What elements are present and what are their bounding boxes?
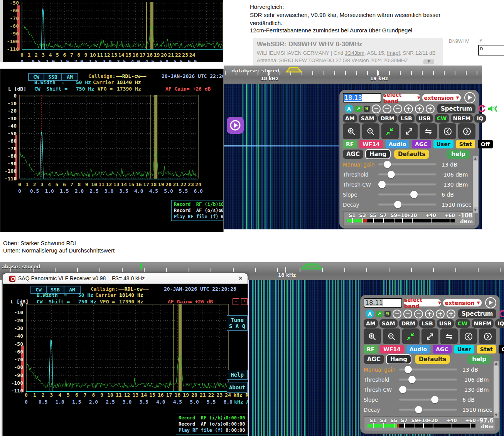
audio-start-button[interactable] [227,117,244,134]
slider-thumb-manual-gain[interactable] [405,366,412,373]
passband-marker[interactable] [301,263,322,271]
clipped-input[interactable]: b [478,45,504,56]
record-row[interactable]: Record RF (i/b)i [174,202,221,207]
passband-marker[interactable] [286,67,302,74]
scroll-down-button chevron-down-icon[interactable]: ▼ [423,59,434,64]
waterfall-minus-button minus-icon[interactable]: − [403,310,412,318]
freq-input[interactable]: 18.11 [364,298,402,308]
waterfall-plus-button plus-icon[interactable]: + [447,310,455,318]
defaults-button[interactable]: Defaults [394,150,429,159]
waterfall-minus-button minus-icon[interactable]: − [414,310,423,318]
waterfall-plus-button plus-icon[interactable]: + [425,310,434,318]
slider-track-decay[interactable] [378,204,436,205]
zoom-fit-button[interactable] [402,328,420,344]
volume-button speaker-icon[interactable] [488,105,497,113]
slider-track-thresh-cw[interactable] [378,183,436,185]
help-button[interactable]: help [467,355,491,364]
audio-play-button play-icon[interactable] [485,297,496,308]
zoom-in-button[interactable] [364,328,381,344]
popout-button external-link-icon[interactable]: ↗ [376,311,383,317]
mode-button-sam[interactable]: SAM [359,114,377,123]
defaults-button[interactable]: Defaults [415,355,450,364]
a-toggle-button[interactable]: A [366,310,374,318]
panel-scrollbar[interactable]: ▲▼ [494,361,499,418]
freq-input[interactable]: 18.13 [343,93,381,103]
mode-button-nbfm[interactable]: NBFM [451,114,473,123]
slider-thumb-manual-gain[interactable] [384,161,391,168]
frequency-scale[interactable]: database: stored18 kHz19 kHz [224,66,482,84]
mode-button-drm[interactable]: DRM [378,114,397,123]
record-row[interactable]: Record RF (i/b)i [179,415,226,421]
select-band-dropdown[interactable]: select band▼ [404,299,441,306]
slider-track-slope[interactable] [399,399,457,401]
view-button-user[interactable]: User [454,345,474,354]
scrollbar-up-arrow[interactable]: ▲ [494,361,499,366]
spectrum-toggle-button[interactable]: Spectrum [437,104,475,113]
slider-thumb-decay[interactable] [415,406,422,413]
mode-button-sam[interactable]: SAM [379,319,398,328]
view-button-off[interactable]: Off [499,345,504,354]
mode-button-iq[interactable]: IQ [495,319,504,328]
step-right-button[interactable] [479,328,496,344]
mode-button-am[interactable]: AM [343,114,357,123]
tune-saq-button[interactable]: TuneS A Q [227,315,248,331]
mode-button-cw[interactable]: CW [435,114,449,123]
view-button-wf14[interactable]: WF14 [380,345,404,354]
slider-track-threshold[interactable] [378,173,436,175]
record-row[interactable]: Record AF (o/s)o [174,208,221,213]
mode-button-iq[interactable]: IQ [474,114,485,123]
slider-thumb-thresh-cw[interactable] [399,386,406,393]
zoom-out-button[interactable] [362,123,379,139]
slider-track-slope[interactable] [378,194,436,195]
help-button[interactable]: Help [227,370,248,380]
waterfall-plus-button plus-icon[interactable]: + [436,310,445,318]
zoom-out-button[interactable] [383,328,400,344]
help-button[interactable]: help [447,150,470,159]
grid-link[interactable]: JO43bm [345,50,364,56]
mode-button-cw[interactable]: CW [455,319,470,328]
refresh-button refresh-icon[interactable] [498,310,504,318]
zoom-in-button[interactable] [343,123,360,139]
popout-button external-link-icon[interactable]: ↗ [355,106,362,112]
waterfall-plus-button plus-icon[interactable]: + [426,104,435,113]
view-button-stat[interactable]: Stat [456,140,475,148]
view-button-rf[interactable]: RF [343,140,357,148]
select-band-dropdown[interactable]: select band▼ [383,94,420,101]
spectrum-toggle-button[interactable]: Spectrum [458,309,496,318]
slider-thumb-slope[interactable] [431,396,438,403]
view-button-rf[interactable]: RF [364,345,378,354]
view-button-audio[interactable]: Audio [406,345,430,354]
band-swap-button[interactable] [420,123,437,139]
extension-dropdown[interactable]: extension▼ [422,94,461,101]
hang-button[interactable]: Hang [365,149,391,159]
agc-button[interactable]: AGC [343,150,363,159]
mode-button-lsb[interactable]: LSB [398,114,415,123]
band-swap-button[interactable] [440,328,458,344]
zoom-max-button[interactable] [401,123,418,139]
waterfall-minus-button minus-icon[interactable]: − [393,104,402,113]
refresh-button refresh-icon[interactable] [477,104,486,113]
waterfall-minus-button minus-icon[interactable]: − [383,104,391,113]
close-button[interactable]: ✕ [238,275,243,282]
waterfall-plus-button plus-icon[interactable]: + [415,104,424,113]
zoom-fit-button[interactable] [381,123,399,139]
slider-track-decay[interactable] [399,409,457,411]
slider-track-threshold[interactable] [399,379,457,380]
slider-thumb-thresh-cw[interactable] [378,181,386,188]
mode-button-drm[interactable]: DRM [399,319,418,328]
slider-track-manual-gain[interactable] [378,163,436,165]
waterfall-minus-button minus-icon[interactable]: − [393,310,401,318]
slider-track-manual-gain[interactable] [399,369,457,370]
a-toggle-button[interactable]: A [345,104,353,113]
view-button-wf14[interactable]: WF14 [359,140,383,148]
view-button-audio[interactable]: Audio [386,140,409,148]
waterfall-plus-button plus-icon[interactable]: + [404,104,413,113]
view-button-stat[interactable]: Stat [477,345,496,354]
waterfall-minus-button minus-icon[interactable]: − [372,104,381,113]
view-button-off[interactable]: Off [478,140,493,148]
mode-button-usb[interactable]: USB [437,319,454,328]
mode-button-am[interactable]: AM [364,319,378,328]
step-right-button[interactable] [458,123,475,139]
mode-button-nbfm[interactable]: NBFM [472,319,494,328]
slider-thumb-threshold[interactable] [408,376,416,383]
